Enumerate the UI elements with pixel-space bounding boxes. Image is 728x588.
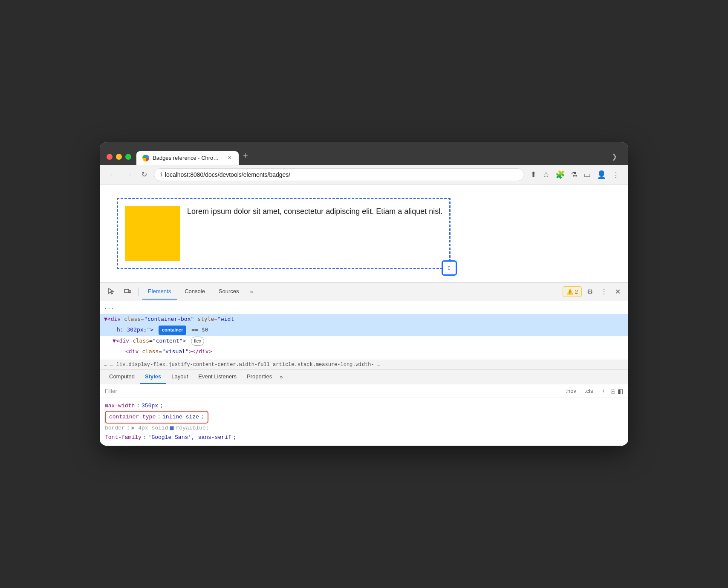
lock-icon: ℹ — [160, 171, 162, 178]
extensions-icon[interactable]: 🧩 — [554, 168, 566, 181]
browser-window: Badges reference - Chrome De ✕ + ❯ ← → ↻… — [100, 142, 628, 446]
toolbar-divider — [138, 288, 139, 296]
svg-rect-0 — [124, 289, 129, 293]
toggle-sidebar-icon[interactable]: ◧ — [618, 388, 623, 395]
breadcrumb-item-1[interactable]: … liv.display-flex.justify-content-cente… — [110, 362, 269, 368]
warning-icon: ⚠️ — [566, 288, 573, 295]
tab-styles[interactable]: Styles — [140, 370, 166, 384]
share-icon[interactable]: ⬆ — [529, 168, 538, 181]
demo-container: Lorem ipsum dolor sit amet, consectetur … — [117, 198, 451, 269]
dom-tag-open: ▼<div — [104, 316, 124, 322]
action-icons: ⚙ ⋮ ✕ — [584, 284, 624, 299]
reload-button[interactable]: ↻ — [139, 169, 150, 180]
resize-handle[interactable]: ⤡ — [442, 260, 457, 276]
profile-icon[interactable]: 👤 — [595, 168, 608, 181]
maximize-traffic-light[interactable] — [125, 154, 131, 160]
dom-row-dots[interactable]: ··· — [100, 304, 628, 314]
tab-console[interactable]: Console — [179, 284, 211, 300]
container-badge[interactable]: container — [159, 326, 187, 335]
experiments-icon[interactable]: ⚗ — [569, 168, 579, 181]
title-bar: Badges reference - Chrome De ✕ + ❯ — [100, 142, 628, 165]
chrome-favicon-icon — [142, 155, 149, 161]
cls-button[interactable]: .cls — [582, 387, 596, 395]
demo-text: Lorem ipsum dolor sit amet, consectetur … — [187, 206, 442, 217]
settings-icon[interactable]: ⚙ — [584, 284, 596, 299]
styles-tab-more-button[interactable]: » — [277, 370, 285, 383]
css-prop-value-border-pre: ▶ 4px solid — [132, 424, 168, 433]
css-prop-max-width: max-width : 350px ; — [105, 401, 623, 411]
css-prop-font-family: font-family : 'Google Sans', sans-serif … — [105, 433, 623, 442]
css-prop-value-border-color: royalblue; — [176, 424, 209, 433]
forward-button[interactable]: → — [123, 169, 135, 180]
dom-row-container[interactable]: ▼<div class="container-box" style="widt — [100, 314, 628, 325]
tab-layout[interactable]: Layout — [166, 370, 193, 384]
tab-close-button[interactable]: ✕ — [226, 155, 233, 161]
address-bar: ← → ↻ ℹ localhost:8080/docs/devtools/ele… — [100, 165, 628, 185]
css-prop-name-container-type: container-type — [109, 412, 156, 422]
device-toggle-icon[interactable] — [120, 283, 135, 301]
tab-sources[interactable]: Sources — [213, 284, 245, 300]
resize-icon: ⤡ — [445, 264, 454, 272]
dom-attr-class-val: "container-box" — [144, 316, 194, 322]
devtools-panel: Elements Console Sources » ⚠️ 2 ⚙ ⋮ ✕ — [100, 282, 628, 446]
css-properties-panel: max-width : 350px ; container-type : inl… — [100, 398, 628, 446]
tab-computed[interactable]: Computed — [104, 370, 140, 384]
tab-overflow-button[interactable]: ❯ — [607, 149, 621, 164]
warning-badge[interactable]: ⚠️ 2 — [563, 286, 582, 297]
css-highlight-container-type: container-type : inline-size ; — [105, 411, 208, 424]
warning-count: 2 — [575, 288, 578, 295]
css-prop-value-max-width: 350px — [142, 401, 158, 411]
minimize-traffic-light[interactable] — [116, 154, 122, 160]
filter-label: Filter — [105, 388, 117, 394]
breadcrumb-bar: … … liv.display-flex.justify-content-cen… — [100, 360, 628, 370]
tab-more-button[interactable]: » — [247, 284, 257, 299]
dom-tree: ··· ▼<div class="container-box" style="w… — [100, 301, 628, 360]
add-style-button[interactable]: + — [599, 387, 607, 395]
new-tab-button[interactable]: + — [239, 147, 252, 164]
hov-button[interactable]: :hov — [563, 387, 579, 395]
bookmark-icon[interactable]: ☆ — [541, 168, 551, 181]
breadcrumb-item-2[interactable]: article.stack.measure-long.width- — [273, 362, 374, 368]
tab-event-listeners[interactable]: Event Listeners — [193, 370, 242, 384]
dom-ellipsis: ··· — [104, 305, 114, 314]
menu-icon[interactable]: ⋮ — [610, 168, 621, 181]
tab-properties[interactable]: Properties — [242, 370, 277, 384]
url-bar[interactable]: ℹ localhost:8080/docs/devtools/elements/… — [154, 168, 524, 181]
yellow-box — [125, 206, 180, 261]
close-traffic-light[interactable] — [107, 154, 113, 160]
css-prop-name-max-width: max-width — [105, 401, 135, 411]
element-picker-icon[interactable] — [104, 283, 118, 301]
close-devtools-button[interactable]: ✕ — [612, 284, 624, 299]
dom-row-content[interactable]: ▼<div class="content"> flex — [100, 336, 628, 347]
breadcrumb-ellipsis-right: … — [377, 362, 380, 368]
url-path: :8080/docs/devtools/elements/badges/ — [188, 171, 290, 178]
toolbar-actions: ⬆ ☆ 🧩 ⚗ ▭ 👤 ⋮ — [529, 168, 621, 181]
back-button[interactable]: ← — [107, 169, 118, 180]
css-prop-name-font-family: font-family — [105, 433, 142, 442]
page-content: Lorem ipsum dolor sit amet, consectetur … — [100, 185, 628, 282]
tab-bar: Badges reference - Chrome De ✕ + ❯ — [136, 147, 621, 165]
tab-elements[interactable]: Elements — [142, 284, 177, 300]
color-swatch-royalblue[interactable] — [170, 426, 174, 430]
tab-title: Badges reference - Chrome De — [153, 155, 222, 161]
css-prop-value-font-family: 'Google Sans', sans-serif — [148, 433, 231, 442]
url-text: localhost:8080/docs/devtools/elements/ba… — [165, 171, 290, 178]
filter-bar: Filter :hov .cls + ⎘ ◧ — [100, 384, 628, 398]
sidebar-icon[interactable]: ▭ — [582, 168, 592, 181]
more-options-icon[interactable]: ⋮ — [597, 284, 611, 299]
copy-styles-icon[interactable]: ⎘ — [611, 388, 614, 395]
breadcrumb-dots-left: … — [104, 362, 110, 368]
active-tab[interactable]: Badges reference - Chrome De ✕ — [136, 151, 239, 165]
dom-row-container-cont[interactable]: h: 302px;"> container == $0 — [100, 325, 628, 336]
url-domain: localhost — [165, 171, 188, 178]
dom-style-cont: h: 302px;"> — [117, 326, 153, 333]
flex-badge[interactable]: flex — [191, 337, 204, 346]
svg-rect-1 — [129, 291, 131, 293]
styles-tabs: Computed Styles Layout Event Listeners P… — [100, 370, 628, 384]
dom-row-visual[interactable]: <div class="visual"></div> — [100, 346, 628, 357]
traffic-lights — [107, 154, 131, 160]
css-prop-value-container-type: inline-size — [162, 412, 199, 422]
devtools-toolbar: Elements Console Sources » ⚠️ 2 ⚙ ⋮ ✕ — [100, 283, 628, 301]
css-prop-name-border: border — [105, 424, 125, 433]
css-prop-border: border : ▶ 4px solid royalblue; — [105, 424, 623, 433]
